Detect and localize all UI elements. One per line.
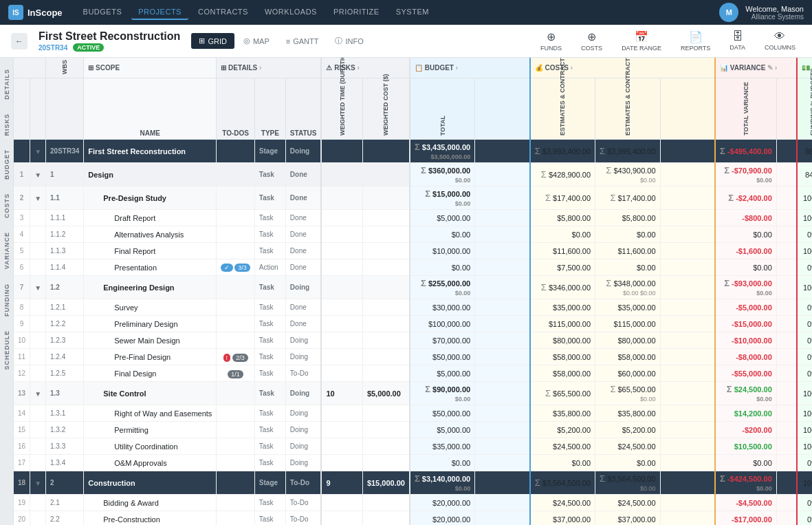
- row-expand[interactable]: ▼: [30, 140, 46, 163]
- tab-grid-label: GRID: [208, 37, 227, 45]
- details-expand-icon[interactable]: ⊞: [221, 64, 226, 72]
- row-weighted-time: [321, 438, 362, 455]
- table-body: ▼ 20STR34 First Street Reconstruction St…: [14, 140, 812, 526]
- row-expand[interactable]: ▼: [30, 382, 46, 405]
- row-costs-limits: $35,800.00: [530, 405, 595, 422]
- row-expand[interactable]: [30, 365, 46, 382]
- row-costs-empty: [660, 405, 715, 422]
- tab-info[interactable]: ⓘ INFO: [327, 32, 371, 50]
- logo-icon: IS: [8, 5, 23, 20]
- side-tab-variance[interactable]: VARIANCE: [1, 226, 12, 275]
- row-wbs: 1: [46, 163, 84, 186]
- row-name: Pre-Construction: [84, 511, 217, 526]
- side-tab-funding[interactable]: FUNDING: [1, 278, 12, 322]
- tab-gantt[interactable]: ≡ GANTT: [278, 34, 327, 49]
- row-variance-empty: [776, 299, 797, 316]
- row-weighted-cost: $15,000.00: [362, 471, 410, 495]
- tab-map[interactable]: ◎ MAP: [236, 33, 277, 49]
- row-variance: Σ -$93,000.00 $0.00: [715, 276, 776, 299]
- logo[interactable]: IS InScope: [8, 5, 63, 20]
- row-expand[interactable]: [30, 455, 46, 471]
- row-expand[interactable]: ▼: [30, 163, 46, 186]
- table-row: 10 1.2.3 Sewer Main Design Task Doing $7…: [14, 332, 812, 349]
- row-expand[interactable]: [30, 422, 46, 438]
- row-funding-pct-budgets: 0%: [797, 259, 812, 276]
- row-expand[interactable]: ▼: [30, 276, 46, 299]
- row-expand[interactable]: [30, 349, 46, 365]
- row-costs-forecasts: Σ $430,900.00 $0.00: [595, 163, 660, 186]
- row-costs-limits: Σ $65,500.00: [530, 382, 595, 405]
- nav-budgets[interactable]: BUDGETS: [76, 5, 129, 20]
- row-costs-limits: $0.00: [530, 455, 595, 471]
- row-variance-empty: [776, 471, 797, 495]
- row-expand[interactable]: ▼: [30, 186, 46, 210]
- date-range-button[interactable]: 📅 DATE RANGE: [616, 29, 667, 53]
- th-name: NAME: [84, 78, 217, 140]
- data-button[interactable]: 🗄 DATA: [724, 29, 751, 53]
- row-expand[interactable]: [30, 495, 46, 511]
- row-budget-empty: [475, 382, 530, 405]
- row-variance-empty: [776, 495, 797, 511]
- costs-icon: ⊕: [587, 30, 596, 43]
- row-weighted-time: [321, 422, 362, 438]
- row-status: To-Do: [285, 365, 321, 382]
- row-expand[interactable]: [30, 511, 46, 526]
- row-budget-total: $70,000.00: [410, 332, 475, 349]
- row-name: Pre-Final Design: [84, 349, 217, 365]
- nav-contracts[interactable]: CONTRACTS: [191, 5, 255, 20]
- row-variance: Σ -$495,400.00: [715, 140, 776, 163]
- row-status: Done: [285, 163, 321, 186]
- row-type: Task: [254, 405, 285, 422]
- toolbar-buttons: ⊕ FUNDS ⊕ COSTS 📅 DATE RANGE 📄 REPORTS 🗄…: [535, 29, 801, 53]
- nav-prioritize[interactable]: PRIORITIZE: [327, 5, 386, 20]
- row-type: Task: [254, 186, 285, 210]
- row-variance: $14,200.00: [715, 405, 776, 422]
- costs-button[interactable]: ⊕ COSTS: [575, 29, 608, 53]
- row-expand[interactable]: [30, 210, 46, 226]
- row-variance-empty: [776, 163, 797, 186]
- nav-items: BUDGETS PROJECTS CONTRACTS WORKLOADS PRI…: [76, 5, 706, 20]
- funds-button[interactable]: ⊕ FUNDS: [535, 29, 567, 53]
- row-num: [14, 140, 30, 163]
- row-funding-pct-budgets: 0%: [797, 299, 812, 316]
- row-costs-limits: $115,000.00: [530, 316, 595, 332]
- row-expand[interactable]: [30, 226, 46, 243]
- side-tab-details[interactable]: DETAILS: [1, 63, 12, 105]
- row-expand[interactable]: [30, 438, 46, 455]
- row-todos: [217, 316, 255, 332]
- row-expand[interactable]: [30, 316, 46, 332]
- side-tab-schedule[interactable]: SCHEDULE: [1, 325, 12, 376]
- row-expand[interactable]: [30, 259, 46, 276]
- row-expand[interactable]: ▼: [30, 471, 46, 495]
- row-num: 3: [14, 210, 30, 226]
- row-expand[interactable]: [30, 332, 46, 349]
- table-row: 16 1.3.3 Utility Coordination Task Doing…: [14, 438, 812, 455]
- row-expand[interactable]: [30, 299, 46, 316]
- back-button[interactable]: ←: [11, 33, 28, 50]
- table-wrapper[interactable]: WBS ⊞ SCOPE ⊞ DETAILS › ⚠ RISKS › 📋 BUDG…: [14, 58, 812, 525]
- row-weighted-cost: [362, 422, 410, 438]
- nav-system[interactable]: SYSTEM: [389, 5, 436, 20]
- row-todos: [217, 405, 255, 422]
- side-tab-costs[interactable]: COSTS: [1, 188, 12, 224]
- row-variance-empty: [776, 276, 797, 299]
- row-expand[interactable]: [30, 405, 46, 422]
- reports-button[interactable]: 📄 REPORTS: [675, 29, 716, 53]
- side-tab-budget[interactable]: BUDGET: [1, 144, 12, 185]
- row-costs-forecasts: $115,000.00: [595, 316, 660, 332]
- nav-workloads[interactable]: WORKLOADS: [258, 5, 324, 20]
- row-variance-empty: [776, 365, 797, 382]
- row-weighted-cost: [362, 455, 410, 471]
- row-expand[interactable]: [30, 243, 46, 259]
- top-nav: IS InScope BUDGETS PROJECTS CONTRACTS WO…: [0, 0, 812, 25]
- side-tab-risks[interactable]: RISKS: [1, 108, 12, 142]
- tab-grid[interactable]: ⊞ GRID: [191, 33, 234, 49]
- nav-projects[interactable]: PROJECTS: [131, 5, 188, 20]
- th-wbs: WBS: [46, 58, 84, 78]
- row-type: Task: [254, 299, 285, 316]
- columns-button[interactable]: 👁 COLUMNS: [759, 29, 801, 53]
- row-status: Done: [285, 299, 321, 316]
- row-weighted-time: [321, 186, 362, 210]
- row-variance-empty: [776, 226, 797, 243]
- row-weighted-time: [321, 511, 362, 526]
